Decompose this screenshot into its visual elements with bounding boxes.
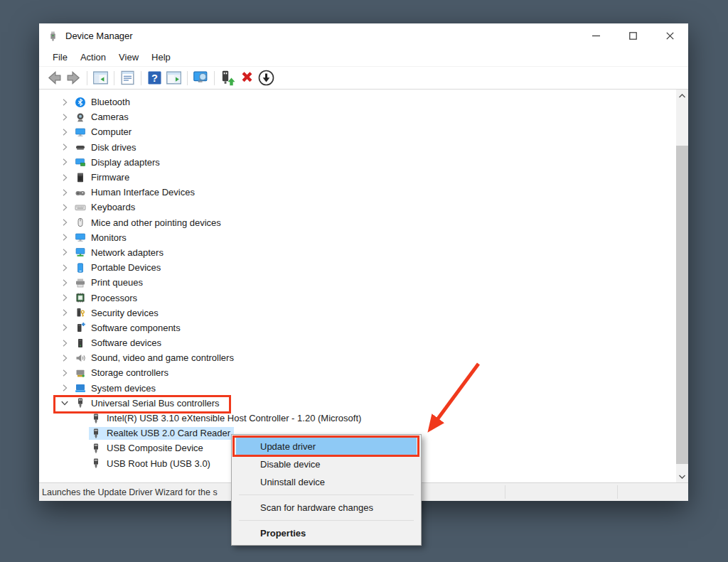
scroll-down-icon[interactable] [676,470,688,482]
tree-item-intel-r-usb-3-10-extensible-host-controller-1-20-microsoft[interactable]: Intel(R) USB 3.10 eXtensible Host Contro… [39,411,675,426]
bluetooth-icon [75,97,86,108]
tree-item-universal-serial-bus-controllers[interactable]: Universal Serial Bus controllers [39,396,675,411]
menu-file[interactable]: File [46,50,74,65]
toolbar-separator [187,71,188,85]
tree-item-display-adapters[interactable]: Display adapters [39,155,675,170]
context-menu-item-uninstall-device[interactable]: Uninstall device [232,473,421,491]
menu-action[interactable]: Action [74,50,112,65]
printer-icon [75,277,86,288]
tree-item-label: Storage controllers [91,367,168,378]
tree-item-firmware[interactable]: Firmware [39,170,675,185]
scan-hardware-changes-icon[interactable] [192,69,210,87]
tree-item-label: Processors [91,293,137,303]
title-bar[interactable]: Device Manager [39,23,688,48]
uninstall-device-icon[interactable] [238,69,256,87]
tree-item-content: Sound, video and game controllers [73,352,237,364]
tree-item-content: Software components [73,321,184,334]
usb-icon [90,428,102,439]
minimize-button[interactable] [577,23,614,48]
close-button[interactable] [651,23,688,48]
usb-icon [90,443,102,454]
help-icon[interactable]: ? [146,69,164,87]
tree-item-security-devices[interactable]: Security devices [39,306,675,320]
tree-item-label: USB Root Hub (USB 3.0) [107,458,210,469]
chevron-right-icon[interactable] [59,337,70,349]
chevron-right-icon[interactable] [59,156,70,168]
tree-item-content: Software devices [73,337,165,350]
tree-item-label: Security devices [91,308,159,318]
system-device-icon [75,382,86,394]
chevron-right-icon[interactable] [59,292,70,303]
show-action-pane-icon[interactable] [165,69,183,87]
mouse-icon [75,217,86,228]
tree-item-mice-and-other-pointing-devices[interactable]: Mice and other pointing devices [39,215,675,230]
chevron-right-icon[interactable] [59,202,70,213]
tree-item-disk-drives[interactable]: Disk drives [39,140,675,155]
context-menu-item-update-driver[interactable]: Update driver [236,438,417,455]
tree-item-computer[interactable]: Computer [39,124,675,139]
chevron-right-icon[interactable] [59,232,70,243]
tree-item-bluetooth[interactable]: Bluetooth [39,94,675,109]
tree-item-content: Print queues [73,276,146,289]
tree-item-label: Monitors [91,232,127,243]
toolbar-separator [114,71,114,85]
disable-device-icon[interactable] [257,69,275,87]
context-menu-item-scan-for-hardware-changes[interactable]: Scan for hardware changes [232,499,421,517]
tree-item-storage-controllers[interactable]: Storage controllers [39,365,675,380]
tree-item-monitors[interactable]: Monitors [39,230,675,245]
tree-item-sound-video-and-game-controllers[interactable]: Sound, video and game controllers [39,350,675,365]
chevron-right-icon[interactable] [59,141,70,153]
tree-item-label: Disk drives [91,142,136,153]
tree-item-software-devices[interactable]: Software devices [39,335,675,350]
tree-item-portable-devices[interactable]: Portable Devices [39,260,675,275]
chevron-right-icon[interactable] [59,277,70,288]
tree-item-label: Portable Devices [91,262,161,273]
maximize-button[interactable] [614,23,651,48]
chevron-right-icon[interactable] [59,367,70,379]
tree-item-label: Bluetooth [91,97,130,107]
tree-item-content: Firmware [73,171,133,184]
chevron-right-icon[interactable] [59,322,70,333]
tree-item-content: Disk drives [73,141,140,153]
chevron-right-icon[interactable] [59,172,70,183]
show-console-tree-icon[interactable] [92,69,109,87]
chevron-right-icon[interactable] [59,112,70,123]
context-menu-item-disable-device[interactable]: Disable device [232,455,421,473]
toolbar: ? [39,67,688,90]
chevron-right-icon[interactable] [59,97,70,108]
tree-item-human-interface-devices[interactable]: Human Interface Devices [39,185,675,200]
chevron-right-icon[interactable] [59,247,70,258]
tree-item-label: USB Composite Device [107,443,203,453]
context-menu-item-properties[interactable]: Properties [232,524,421,542]
menu-view[interactable]: View [112,50,145,65]
tree-item-label: Sound, video and game controllers [91,352,234,363]
chevron-right-icon[interactable] [59,187,70,198]
tree-item-network-adapters[interactable]: Network adapters [39,245,675,260]
chevron-right-icon[interactable] [59,307,70,318]
update-driver-icon[interactable] [219,69,237,87]
forward-icon[interactable] [65,69,82,87]
properties-icon[interactable] [119,69,136,87]
tree-item-content: Human Interface Devices [73,186,198,199]
tree-item-software-components[interactable]: Software components [39,320,675,335]
scroll-up-icon[interactable] [676,90,688,102]
vertical-scrollbar[interactable] [676,90,688,482]
status-text: Launches the Update Driver Wizard for th… [42,487,218,497]
tree-item-processors[interactable]: Processors [39,290,675,305]
chevron-down-icon[interactable] [59,397,70,409]
back-icon[interactable] [46,69,63,87]
keyboard-icon [75,202,86,213]
chevron-right-icon[interactable] [59,262,70,274]
chevron-right-icon[interactable] [59,382,70,394]
menu-help[interactable]: Help [145,50,177,65]
tree-item-cameras[interactable]: Cameras [39,109,675,124]
chevron-right-icon[interactable] [59,126,70,138]
chevron-right-icon[interactable] [59,352,70,364]
tree-item-system-devices[interactable]: System devices [39,381,675,396]
tree-item-label: Print queues [91,277,143,288]
chevron-right-icon[interactable] [59,217,70,228]
tree-item-keyboards[interactable]: Keyboards [39,200,675,215]
scrollbar-thumb[interactable] [676,146,688,464]
tree-item-print-queues[interactable]: Print queues [39,275,675,290]
disk-drive-icon [75,141,86,153]
